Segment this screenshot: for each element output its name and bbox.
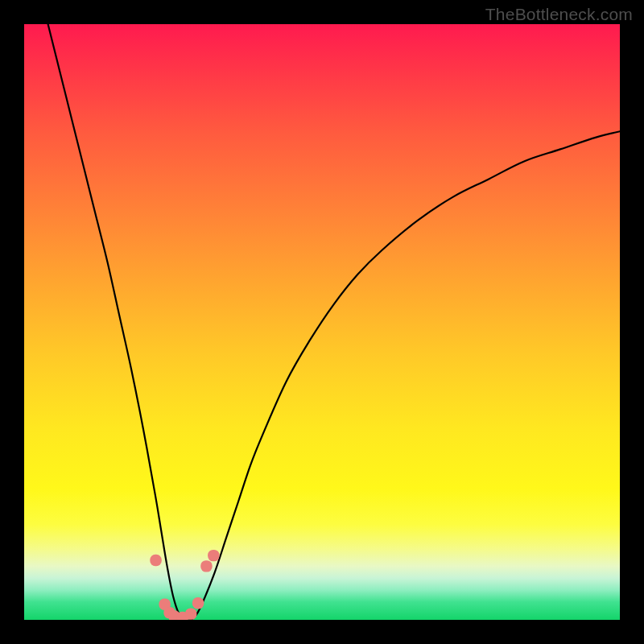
chart-background-gradient <box>24 24 620 620</box>
watermark-text: TheBottleneck.com <box>485 5 633 24</box>
chart-frame: TheBottleneck.com <box>0 0 644 644</box>
